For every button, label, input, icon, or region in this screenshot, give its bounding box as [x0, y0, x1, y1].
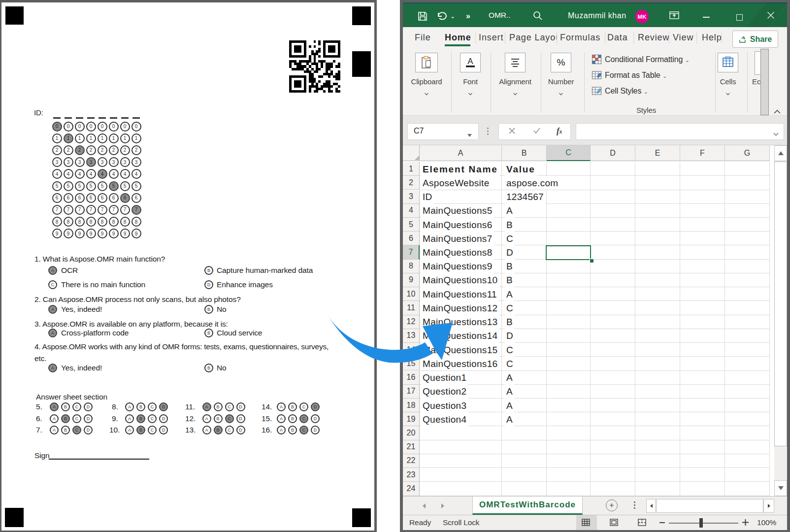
svg-text:%: % — [557, 57, 565, 67]
svg-text:A: A — [467, 57, 473, 66]
